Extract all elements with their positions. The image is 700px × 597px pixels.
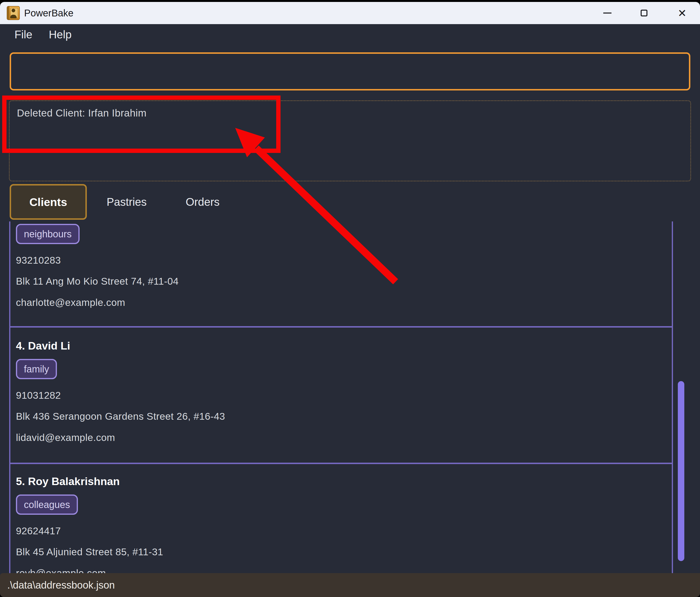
close-button[interactable]: ✕ xyxy=(673,2,692,24)
book-spine xyxy=(7,6,9,20)
client-phone: 92624417 xyxy=(16,525,655,537)
minimize-icon xyxy=(603,13,611,14)
card-divider xyxy=(9,326,673,328)
command-input[interactable] xyxy=(10,52,690,91)
person-head-icon xyxy=(11,9,15,12)
client-tag: neighbours xyxy=(16,224,80,244)
client-card[interactable]: neighbours 93210283 Blk 11 Ang Mo Kio St… xyxy=(16,224,655,308)
client-address: Blk 436 Serangoon Gardens Street 26, #16… xyxy=(16,411,655,422)
maximize-button[interactable] xyxy=(634,2,654,24)
client-tag: colleagues xyxy=(16,495,78,515)
tab-orders[interactable]: Orders xyxy=(176,184,229,220)
menu-item-help[interactable]: Help xyxy=(41,28,80,41)
app-window: PowerBake ✕ File Help Deleted Client: Ir… xyxy=(0,2,700,597)
tag-row: family xyxy=(16,359,655,379)
client-name: 4. David Li xyxy=(16,340,655,352)
client-name: 5. Roy Balakrishnan xyxy=(16,476,655,487)
client-address: Blk 11 Ang Mo Kio Street 74, #11-04 xyxy=(16,275,655,287)
client-phone: 91031282 xyxy=(16,390,655,401)
menu-item-file[interactable]: File xyxy=(0,28,41,41)
list-left-border xyxy=(9,221,10,573)
client-email: lidavid@example.com xyxy=(16,432,655,443)
card-divider xyxy=(9,463,673,464)
tab-pastries[interactable]: Pastries xyxy=(97,184,157,220)
annotation-highlight-rect xyxy=(2,96,280,153)
client-tag: family xyxy=(16,359,57,379)
menu-bar: File Help xyxy=(0,24,700,45)
tab-clients[interactable]: Clients xyxy=(10,184,87,220)
window-title: PowerBake xyxy=(24,2,74,24)
address-book-icon xyxy=(7,6,20,20)
maximize-icon xyxy=(641,10,647,17)
person-body-icon xyxy=(10,15,17,18)
tag-row: neighbours xyxy=(16,224,655,244)
status-bar: .\data\addressbook.json xyxy=(0,573,700,597)
client-card[interactable]: 5. Roy Balakrishnan colleagues 92624417 … xyxy=(16,476,655,579)
client-card[interactable]: 4. David Li family 91031282 Blk 436 Sera… xyxy=(16,340,655,443)
client-email: charlotte@example.com xyxy=(16,297,655,308)
tag-row: colleagues xyxy=(16,495,655,515)
client-address: Blk 45 Aljunied Street 85, #11-31 xyxy=(16,546,655,558)
title-bar: PowerBake ✕ xyxy=(0,2,700,24)
client-phone: 93210283 xyxy=(16,254,655,266)
list-right-border xyxy=(672,221,673,573)
minimize-button[interactable] xyxy=(598,2,617,24)
status-file-path: .\data\addressbook.json xyxy=(0,579,115,591)
scrollbar-thumb[interactable] xyxy=(678,381,684,561)
